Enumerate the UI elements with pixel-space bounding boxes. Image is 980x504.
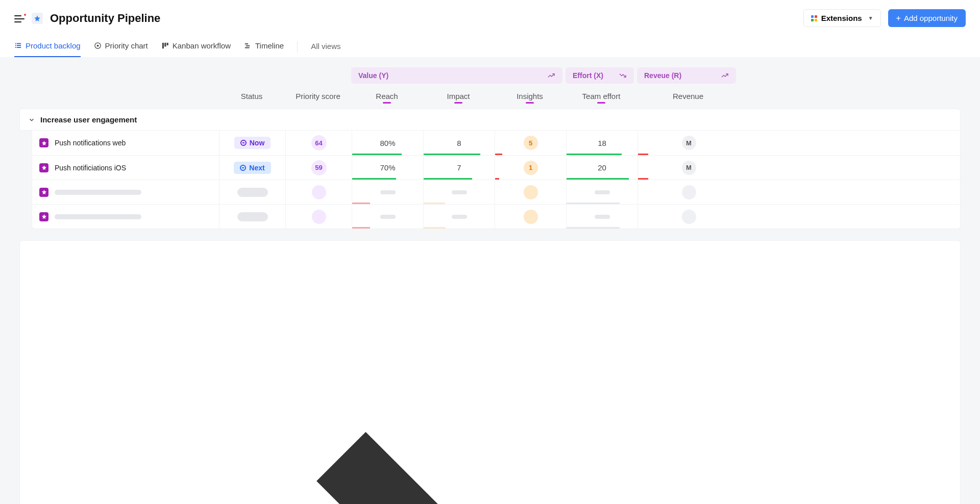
tab-kanban-workflow[interactable]: Kanban workflow (161, 36, 231, 57)
all-views-link[interactable]: All views (311, 37, 340, 57)
tab-label: Product backlog (26, 41, 81, 50)
opportunity-icon (39, 163, 48, 172)
tab-timeline[interactable]: Timeline (244, 36, 284, 57)
metric-cell[interactable]: 18 (566, 131, 638, 155)
svg-rect-0 (15, 43, 16, 44)
insights-cell[interactable]: 5 (495, 131, 566, 155)
status-pill: Now (234, 137, 271, 149)
list-icon (14, 42, 22, 49)
trend-up-icon (721, 71, 729, 80)
dimension-revenue[interactable]: Reveue (R) (637, 67, 736, 84)
metric-value: 70% (380, 163, 395, 172)
svg-rect-13 (245, 47, 250, 48)
extensions-button[interactable]: Extensions ▼ (803, 9, 881, 27)
item-name-cell[interactable]: Push notificiations iOS (32, 156, 219, 180)
svg-rect-8 (162, 43, 164, 48)
group-title: Increase user engagement (40, 115, 137, 124)
metric-cell[interactable]: 20 (566, 156, 638, 180)
tab-label: Priority chart (105, 41, 148, 50)
table-row[interactable]: Push notifications web Now 64 80% 8 5 18… (32, 131, 960, 155)
tab-product-backlog[interactable]: Product backlog (14, 36, 81, 57)
metric-value: 18 (598, 139, 606, 147)
dimension-value[interactable]: Value (Y) (351, 67, 562, 84)
metric-cell[interactable]: 80% (352, 131, 423, 155)
extensions-label: Extensions (821, 14, 862, 22)
group-header-collapsed[interactable] (19, 240, 961, 504)
status-cell[interactable]: Now (219, 131, 285, 155)
svg-point-7 (96, 45, 99, 47)
status-circle-icon (240, 165, 246, 171)
page-title: Opportunity Pipeline (50, 12, 160, 25)
trend-down-icon (619, 71, 627, 80)
column-insights: Insights (494, 87, 566, 109)
column-impact: Impact (423, 87, 494, 109)
menu-icon[interactable] (14, 14, 24, 22)
svg-rect-12 (246, 45, 250, 46)
group-header[interactable]: Increase user engagement (19, 109, 961, 131)
revenue-cell[interactable]: M (638, 131, 740, 155)
metric-cell[interactable]: 7 (423, 156, 495, 180)
dimension-label: Effort (X) (573, 71, 603, 80)
tab-label: Timeline (255, 41, 284, 50)
revenue-badge: M (682, 161, 696, 175)
chevron-right-icon (28, 248, 863, 504)
plus-icon: + (896, 14, 901, 22)
status-cell[interactable]: Next (219, 156, 285, 180)
column-revenue: Revenue (637, 87, 739, 109)
column-priority-score: Priority score (285, 87, 351, 109)
status-pill: Next (234, 162, 271, 174)
insights-cell[interactable]: 1 (495, 156, 566, 180)
tab-label: Kanban workflow (173, 41, 231, 50)
score-cell[interactable]: 59 (285, 156, 352, 180)
dimension-label: Reveue (R) (644, 71, 681, 80)
trend-up-icon (547, 71, 555, 80)
metric-cell[interactable]: 70% (352, 156, 423, 180)
table-row-skeleton (32, 180, 960, 204)
timeline-icon (244, 42, 252, 49)
revenue-badge: M (682, 136, 696, 150)
svg-rect-5 (17, 47, 21, 48)
svg-rect-3 (17, 45, 21, 46)
svg-rect-11 (245, 43, 248, 44)
target-icon (94, 42, 102, 49)
score-cell[interactable]: 64 (285, 131, 352, 155)
kanban-icon (161, 42, 169, 49)
extensions-icon (811, 15, 817, 21)
tab-priority-chart[interactable]: Priority chart (94, 36, 148, 57)
svg-rect-10 (166, 43, 168, 45)
metric-value: 8 (457, 139, 461, 147)
insight-badge: 5 (524, 136, 538, 150)
caret-down-icon: ▼ (868, 15, 873, 21)
item-name-cell[interactable]: Push notifications web (32, 131, 219, 155)
add-opportunity-button[interactable]: + Add opportunity (888, 9, 966, 27)
star-icon (32, 13, 43, 24)
column-status: Status (218, 87, 285, 109)
column-reach: Reach (351, 87, 423, 109)
table-row[interactable]: Push notificiations iOS Next 59 70% 7 1 … (32, 155, 960, 180)
add-opportunity-label: Add opportunity (904, 14, 958, 22)
metric-value: 20 (598, 163, 606, 172)
svg-rect-4 (15, 47, 16, 48)
svg-rect-2 (15, 45, 16, 46)
dimension-label: Value (Y) (358, 71, 388, 80)
insight-badge: 1 (524, 161, 538, 175)
score-badge: 59 (311, 160, 327, 175)
status-circle-icon (240, 140, 247, 146)
opportunity-icon (39, 138, 48, 147)
score-badge: 64 (311, 135, 327, 150)
item-name: Push notifications web (55, 139, 126, 147)
item-name: Push notificiations iOS (55, 164, 126, 172)
chevron-down-icon (28, 116, 35, 123)
revenue-cell[interactable]: M (638, 156, 740, 180)
svg-rect-9 (164, 43, 166, 47)
table-row-skeleton (32, 204, 960, 229)
metric-value: 80% (380, 139, 395, 147)
metric-value: 7 (457, 163, 461, 172)
column-team-effort: Team effort (566, 87, 637, 109)
svg-rect-1 (17, 43, 21, 44)
divider (297, 41, 298, 53)
dimension-effort[interactable]: Effort (X) (566, 67, 634, 84)
metric-cell[interactable]: 8 (423, 131, 495, 155)
